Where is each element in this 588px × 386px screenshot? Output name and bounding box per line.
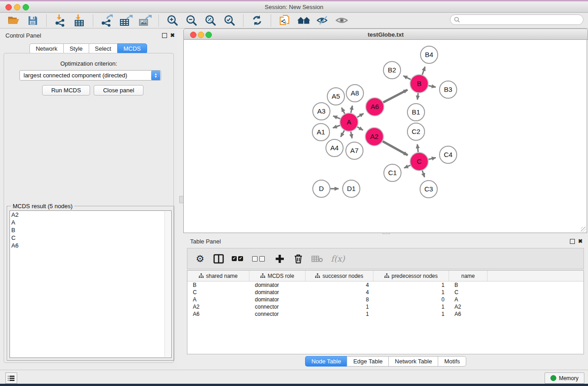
table-cell[interactable]: A6 (187, 311, 249, 317)
result-item[interactable]: B (10, 226, 171, 234)
export-network-icon[interactable] (100, 14, 114, 27)
export-image-icon[interactable] (138, 14, 152, 27)
open-session-icon[interactable] (7, 14, 20, 27)
table-cell[interactable]: dominator (249, 289, 306, 295)
table-cell[interactable]: dominator (249, 296, 306, 303)
tab-style[interactable]: Style (63, 43, 89, 54)
save-session-icon[interactable] (26, 14, 39, 27)
zoom-out-icon[interactable] (185, 14, 198, 27)
table-row[interactable]: Cdominator41C (187, 289, 583, 296)
show-columns-icon[interactable] (213, 253, 224, 265)
select-all-icon[interactable]: ✔✔ (232, 253, 244, 265)
search-input[interactable] (462, 16, 579, 24)
edge-A6-B[interactable] (383, 90, 408, 102)
import-table-icon[interactable] (72, 14, 86, 27)
table-cell[interactable]: 1 (306, 304, 373, 310)
edge-B-B3[interactable] (429, 86, 436, 87)
close-panel-icon[interactable]: ✖ (170, 33, 175, 38)
table-cell[interactable]: B (449, 282, 488, 288)
edge-A-A8[interactable] (351, 105, 352, 113)
run-mcds-button[interactable]: Run MCDS (42, 85, 90, 95)
import-network-icon[interactable] (53, 14, 67, 27)
resize-corner-icon[interactable] (581, 227, 586, 232)
edge-A-A7[interactable] (351, 132, 352, 138)
table-close-panel-icon[interactable]: ✖ (578, 238, 583, 244)
tab-edge-table[interactable]: Edge Table (347, 356, 388, 367)
table-cell[interactable]: A2 (187, 304, 249, 310)
table-cell[interactable]: A (449, 296, 488, 303)
add-column-icon[interactable] (274, 253, 285, 265)
table-float-panel-icon[interactable] (570, 239, 575, 244)
zoom-fit-icon[interactable] (204, 14, 217, 27)
edge-C-C2[interactable] (417, 144, 418, 152)
table-cell[interactable]: connector (249, 304, 306, 310)
edge-C-C3[interactable] (422, 171, 425, 177)
table-row[interactable]: Adominator80A (187, 296, 583, 303)
tab-network[interactable]: Network (29, 43, 63, 54)
result-item[interactable]: A2 (10, 211, 171, 219)
optimization-criterion-select[interactable]: largest connected component (directed) ▲… (19, 70, 161, 81)
edge-A-A6[interactable] (357, 114, 363, 117)
show-panels-icon[interactable] (335, 14, 349, 27)
search-box[interactable] (450, 14, 583, 25)
tab-node-table[interactable]: Node Table (305, 356, 347, 367)
table-cell[interactable]: A2 (449, 304, 488, 310)
result-item[interactable]: A6 (10, 242, 171, 249)
table-cell[interactable]: A6 (449, 311, 488, 317)
delete-column-icon[interactable] (293, 253, 304, 265)
table-cell[interactable]: C (449, 289, 488, 295)
table-cell[interactable]: 1 (373, 282, 449, 288)
table-cell[interactable]: dominator (249, 282, 306, 288)
table-cell[interactable]: 1 (373, 304, 449, 310)
result-item[interactable]: A (10, 219, 171, 226)
edge-C-C1[interactable] (404, 165, 411, 168)
result-item[interactable]: C (10, 234, 171, 242)
refresh-icon[interactable] (250, 14, 264, 27)
table-cell[interactable]: 0 (373, 296, 449, 303)
table-cell[interactable]: 1 (373, 289, 449, 295)
tab-motifs[interactable]: Motifs (438, 356, 466, 367)
table-cell[interactable]: 1 (373, 311, 449, 317)
column-header[interactable]: predecessor nodes (373, 271, 449, 281)
table-cell[interactable]: A (187, 296, 249, 303)
edge-A-A4[interactable] (341, 130, 344, 137)
table-row[interactable]: A2connector11A2 (187, 303, 583, 310)
edge-B-B4[interactable] (422, 67, 425, 75)
duplicate-network-icon[interactable] (278, 14, 292, 27)
zoom-selected-icon[interactable] (223, 14, 236, 27)
close-panel-button[interactable]: Close panel (94, 85, 143, 95)
deselect-all-icon[interactable] (252, 253, 267, 265)
table-cell[interactable]: 4 (306, 289, 373, 295)
tab-mcds[interactable]: MCDS (117, 43, 147, 54)
hide-panels-icon[interactable] (316, 14, 330, 27)
edge-B-B2[interactable] (403, 76, 411, 80)
memory-button[interactable]: Memory (545, 372, 584, 384)
column-header[interactable]: shared name (187, 271, 249, 281)
task-history-button[interactable] (5, 372, 17, 384)
table-cell[interactable]: B (187, 282, 249, 288)
table-cell[interactable]: 8 (306, 296, 373, 303)
table-settings-gear-icon[interactable]: ⚙ (195, 253, 206, 265)
column-header[interactable]: name (449, 271, 488, 281)
float-panel-icon[interactable] (162, 33, 167, 38)
edge-C-C4[interactable] (428, 157, 435, 159)
table-cell[interactable]: 4 (306, 282, 373, 288)
table-row[interactable]: A6connector11A6 (187, 310, 583, 318)
edge-A-A1[interactable] (333, 125, 340, 128)
mcds-result-list[interactable]: A2ABCA6 (10, 210, 172, 358)
network-canvas[interactable]: B4B2BB3A5A8A6B1A3AC2A1A2A4A7C4CC1DD1C3 (183, 40, 587, 233)
tab-network-table[interactable]: Network Table (388, 356, 438, 367)
node-table[interactable]: shared nameMCDS rolesuccessor nodesprede… (187, 270, 584, 354)
edge-B-B1[interactable] (417, 93, 418, 100)
table-cell[interactable]: connector (249, 311, 306, 317)
column-header[interactable]: MCDS role (249, 271, 306, 281)
table-cell[interactable]: 1 (306, 311, 373, 317)
table-row[interactable]: Bdominator41B (187, 281, 583, 289)
home-icon[interactable] (297, 14, 311, 27)
table-cell[interactable]: C (187, 289, 249, 295)
edge-A2-C[interactable] (382, 141, 407, 155)
edge-A-A5[interactable] (342, 108, 345, 114)
edge-A-A2[interactable] (357, 127, 363, 130)
export-table-icon[interactable] (119, 14, 133, 27)
result-scrollbar[interactable] (164, 211, 170, 357)
